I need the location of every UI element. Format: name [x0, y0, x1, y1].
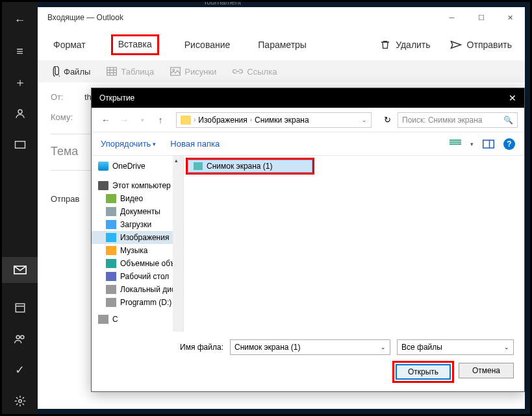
- svg-rect-10: [483, 140, 494, 148]
- tree-downloads[interactable]: Загрузки: [92, 218, 183, 231]
- folder-icon: [181, 116, 191, 125]
- tab-insert[interactable]: Вставка: [111, 34, 159, 55]
- dialog-title: Открытие: [99, 93, 134, 103]
- system-left-rail: ← ≡ ＋ ✓: [2, 2, 38, 414]
- pictures-button[interactable]: Рисунки: [170, 67, 216, 77]
- svg-point-4: [16, 336, 19, 339]
- dialog-titlebar: Открытие ✕: [92, 88, 524, 108]
- tree-video[interactable]: Видео: [92, 192, 183, 205]
- search-icon: 🔍: [503, 116, 513, 125]
- window-title: Входящие — Outlook: [47, 13, 123, 22]
- titlebar: Входящие — Outlook ─ ☐ ✕: [38, 7, 525, 28]
- insert-toolbar: Файлы Таблица Рисунки Ссылка: [38, 60, 525, 82]
- todo-rail-icon[interactable]: ✓: [14, 363, 27, 376]
- new-folder-button[interactable]: Новая папка: [170, 139, 220, 149]
- tree-this-pc[interactable]: Этот компьютер: [92, 179, 183, 192]
- file-open-dialog: Открытие ✕ ← → ▾ ↑ › Изображения › Снимк…: [91, 88, 525, 392]
- tab-draw[interactable]: Рисование: [182, 36, 233, 54]
- tree-3d-objects[interactable]: Объемные объекты: [92, 257, 183, 270]
- breadcrumb-p2[interactable]: Снимки экрана: [255, 116, 309, 125]
- minimize-button[interactable]: ─: [437, 7, 466, 28]
- tab-options[interactable]: Параметры: [255, 36, 309, 54]
- table-icon: [107, 67, 117, 76]
- tree-onedrive[interactable]: OneDrive: [92, 160, 183, 173]
- svg-rect-1: [15, 141, 25, 149]
- mail-rail-icon[interactable]: [2, 257, 38, 283]
- file-filter-select[interactable]: Все файлы ⌄: [397, 339, 514, 355]
- from-label: От:: [51, 92, 77, 102]
- tree-pictures[interactable]: Изображения: [92, 231, 183, 244]
- open-button[interactable]: Открыть: [396, 364, 451, 380]
- dialog-toolbar: Упорядочить▾ Новая папка ▾ ?: [92, 132, 524, 156]
- trash-icon: [380, 40, 390, 50]
- image-file-icon: [194, 162, 203, 170]
- person-icon[interactable]: [14, 107, 27, 120]
- tree-more[interactable]: С: [92, 313, 183, 326]
- dialog-nav: ← → ▾ ↑ › Изображения › Снимки экрана ⌄ …: [92, 108, 524, 132]
- nav-back-icon[interactable]: ←: [98, 115, 114, 125]
- cancel-button[interactable]: Отмена: [459, 363, 514, 378]
- view-mode-icon[interactable]: [450, 140, 461, 149]
- file-list[interactable]: Снимок экрана (1): [184, 156, 524, 332]
- ribbon-tabs: Формат Вставка Рисование Параметры Удали…: [38, 28, 525, 60]
- files-button[interactable]: Файлы: [51, 66, 90, 77]
- search-input[interactable]: Поиск: Снимки экрана 🔍: [398, 112, 518, 128]
- background-app-title: Tournament: [203, 0, 241, 6]
- filename-input[interactable]: Снимок экрана (1) ⌄: [230, 339, 390, 355]
- tree-music[interactable]: Музыка: [92, 244, 183, 257]
- back-icon[interactable]: ←: [14, 14, 27, 27]
- compose-icon[interactable]: ＋: [14, 76, 27, 89]
- filename-label: Имя файла:: [180, 343, 223, 352]
- refresh-icon[interactable]: ↻: [379, 115, 395, 125]
- attachment-icon: [51, 66, 60, 77]
- nav-forward-icon: →: [116, 115, 132, 125]
- close-button[interactable]: ✕: [496, 7, 525, 28]
- preview-pane-icon[interactable]: [483, 140, 494, 149]
- svg-rect-3: [16, 304, 25, 312]
- dialog-footer: Имя файла: Снимок экрана (1) ⌄ Все файлы…: [92, 332, 524, 391]
- people-rail-icon[interactable]: [14, 332, 27, 345]
- dialog-close-button[interactable]: ✕: [509, 93, 516, 103]
- subject-label: Тема: [51, 145, 78, 158]
- link-icon: [233, 68, 243, 75]
- folder-tree[interactable]: OneDrive Этот компьютер Видео Документы …: [92, 156, 184, 332]
- svg-point-5: [20, 336, 23, 339]
- calendar-rail-icon[interactable]: [14, 301, 27, 314]
- picture-icon: [170, 67, 181, 76]
- svg-point-6: [18, 400, 21, 403]
- table-button[interactable]: Таблица: [107, 67, 154, 77]
- breadcrumb[interactable]: › Изображения › Снимки экрана ⌄: [176, 112, 372, 128]
- send-icon: [450, 40, 462, 49]
- breadcrumb-p1[interactable]: Изображения: [198, 116, 247, 125]
- nav-dropdown-icon[interactable]: ▾: [134, 117, 150, 123]
- tree-local-disk[interactable]: Локальный диск: [92, 283, 183, 296]
- maximize-button[interactable]: ☐: [466, 7, 496, 28]
- settings-rail-icon[interactable]: [14, 395, 27, 408]
- svg-rect-7: [107, 67, 117, 75]
- tree-scrollbar[interactable]: [173, 156, 183, 332]
- help-icon[interactable]: ?: [503, 138, 515, 150]
- svg-point-0: [18, 110, 22, 114]
- svg-point-9: [173, 69, 175, 71]
- send-button[interactable]: Отправить: [450, 40, 512, 50]
- link-button[interactable]: Ссылка: [233, 67, 277, 77]
- tree-desktop[interactable]: Рабочий стол: [92, 270, 183, 283]
- nav-up-icon[interactable]: ↑: [153, 115, 168, 125]
- menu-icon[interactable]: ≡: [14, 45, 27, 58]
- tab-format[interactable]: Формат: [51, 36, 88, 54]
- organize-button[interactable]: Упорядочить▾: [101, 139, 156, 149]
- folder-rail-icon[interactable]: [14, 138, 27, 151]
- to-label: Кому:: [51, 112, 77, 122]
- delete-button[interactable]: Удалить: [380, 40, 430, 50]
- tree-documents[interactable]: Документы: [92, 205, 183, 218]
- file-item-selected[interactable]: Снимок экрана (1): [188, 160, 312, 173]
- tree-programm-d[interactable]: Programm (D:): [92, 296, 183, 309]
